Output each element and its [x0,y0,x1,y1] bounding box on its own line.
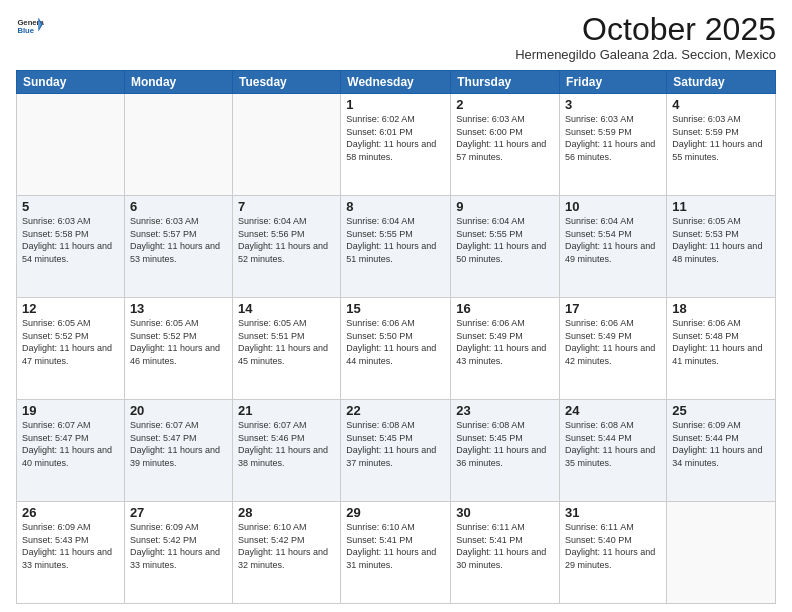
table-row: 28Sunrise: 6:10 AMSunset: 5:42 PMDayligh… [232,502,340,604]
day-number: 28 [238,505,335,520]
day-info: Sunrise: 6:03 AMSunset: 5:59 PMDaylight:… [565,113,661,163]
calendar-week-row: 26Sunrise: 6:09 AMSunset: 5:43 PMDayligh… [17,502,776,604]
day-info: Sunrise: 6:07 AMSunset: 5:47 PMDaylight:… [130,419,227,469]
day-info: Sunrise: 6:11 AMSunset: 5:41 PMDaylight:… [456,521,554,571]
table-row: 24Sunrise: 6:08 AMSunset: 5:44 PMDayligh… [560,400,667,502]
day-info: Sunrise: 6:09 AMSunset: 5:43 PMDaylight:… [22,521,119,571]
day-number: 26 [22,505,119,520]
day-info: Sunrise: 6:06 AMSunset: 5:49 PMDaylight:… [456,317,554,367]
day-number: 23 [456,403,554,418]
table-row: 23Sunrise: 6:08 AMSunset: 5:45 PMDayligh… [451,400,560,502]
day-info: Sunrise: 6:11 AMSunset: 5:40 PMDaylight:… [565,521,661,571]
day-info: Sunrise: 6:04 AMSunset: 5:54 PMDaylight:… [565,215,661,265]
table-row: 26Sunrise: 6:09 AMSunset: 5:43 PMDayligh… [17,502,125,604]
day-number: 30 [456,505,554,520]
table-row: 2Sunrise: 6:03 AMSunset: 6:00 PMDaylight… [451,94,560,196]
day-info: Sunrise: 6:03 AMSunset: 5:59 PMDaylight:… [672,113,770,163]
day-number: 21 [238,403,335,418]
day-number: 17 [565,301,661,316]
day-info: Sunrise: 6:06 AMSunset: 5:50 PMDaylight:… [346,317,445,367]
day-number: 27 [130,505,227,520]
day-info: Sunrise: 6:10 AMSunset: 5:41 PMDaylight:… [346,521,445,571]
table-row: 15Sunrise: 6:06 AMSunset: 5:50 PMDayligh… [341,298,451,400]
table-row: 18Sunrise: 6:06 AMSunset: 5:48 PMDayligh… [667,298,776,400]
table-row: 14Sunrise: 6:05 AMSunset: 5:51 PMDayligh… [232,298,340,400]
day-number: 11 [672,199,770,214]
table-row: 13Sunrise: 6:05 AMSunset: 5:52 PMDayligh… [124,298,232,400]
page: General Blue October 2025 Hermenegildo G… [0,0,792,612]
day-info: Sunrise: 6:04 AMSunset: 5:55 PMDaylight:… [346,215,445,265]
day-number: 2 [456,97,554,112]
day-number: 3 [565,97,661,112]
day-number: 15 [346,301,445,316]
day-number: 20 [130,403,227,418]
logo-icon: General Blue [16,12,44,40]
table-row: 8Sunrise: 6:04 AMSunset: 5:55 PMDaylight… [341,196,451,298]
table-row: 11Sunrise: 6:05 AMSunset: 5:53 PMDayligh… [667,196,776,298]
header-tuesday: Tuesday [232,71,340,94]
table-row: 30Sunrise: 6:11 AMSunset: 5:41 PMDayligh… [451,502,560,604]
day-info: Sunrise: 6:05 AMSunset: 5:53 PMDaylight:… [672,215,770,265]
day-info: Sunrise: 6:03 AMSunset: 5:58 PMDaylight:… [22,215,119,265]
day-number: 22 [346,403,445,418]
table-row: 29Sunrise: 6:10 AMSunset: 5:41 PMDayligh… [341,502,451,604]
day-info: Sunrise: 6:09 AMSunset: 5:42 PMDaylight:… [130,521,227,571]
day-number: 12 [22,301,119,316]
table-row [17,94,125,196]
table-row: 10Sunrise: 6:04 AMSunset: 5:54 PMDayligh… [560,196,667,298]
header-thursday: Thursday [451,71,560,94]
table-row: 19Sunrise: 6:07 AMSunset: 5:47 PMDayligh… [17,400,125,502]
table-row: 20Sunrise: 6:07 AMSunset: 5:47 PMDayligh… [124,400,232,502]
day-info: Sunrise: 6:06 AMSunset: 5:49 PMDaylight:… [565,317,661,367]
day-number: 31 [565,505,661,520]
day-number: 8 [346,199,445,214]
day-number: 6 [130,199,227,214]
header: General Blue October 2025 Hermenegildo G… [16,12,776,62]
calendar-week-row: 5Sunrise: 6:03 AMSunset: 5:58 PMDaylight… [17,196,776,298]
day-number: 7 [238,199,335,214]
table-row: 21Sunrise: 6:07 AMSunset: 5:46 PMDayligh… [232,400,340,502]
header-wednesday: Wednesday [341,71,451,94]
subtitle: Hermenegildo Galeana 2da. Seccion, Mexic… [515,47,776,62]
day-number: 18 [672,301,770,316]
day-number: 14 [238,301,335,316]
table-row: 22Sunrise: 6:08 AMSunset: 5:45 PMDayligh… [341,400,451,502]
table-row: 12Sunrise: 6:05 AMSunset: 5:52 PMDayligh… [17,298,125,400]
calendar-week-row: 1Sunrise: 6:02 AMSunset: 6:01 PMDaylight… [17,94,776,196]
day-info: Sunrise: 6:03 AMSunset: 6:00 PMDaylight:… [456,113,554,163]
table-row [667,502,776,604]
header-saturday: Saturday [667,71,776,94]
table-row: 4Sunrise: 6:03 AMSunset: 5:59 PMDaylight… [667,94,776,196]
day-number: 9 [456,199,554,214]
day-info: Sunrise: 6:06 AMSunset: 5:48 PMDaylight:… [672,317,770,367]
day-info: Sunrise: 6:04 AMSunset: 5:55 PMDaylight:… [456,215,554,265]
day-number: 13 [130,301,227,316]
day-info: Sunrise: 6:02 AMSunset: 6:01 PMDaylight:… [346,113,445,163]
day-number: 16 [456,301,554,316]
table-row: 27Sunrise: 6:09 AMSunset: 5:42 PMDayligh… [124,502,232,604]
day-info: Sunrise: 6:08 AMSunset: 5:45 PMDaylight:… [346,419,445,469]
header-monday: Monday [124,71,232,94]
table-row: 17Sunrise: 6:06 AMSunset: 5:49 PMDayligh… [560,298,667,400]
day-number: 10 [565,199,661,214]
table-row: 16Sunrise: 6:06 AMSunset: 5:49 PMDayligh… [451,298,560,400]
table-row: 25Sunrise: 6:09 AMSunset: 5:44 PMDayligh… [667,400,776,502]
day-info: Sunrise: 6:09 AMSunset: 5:44 PMDaylight:… [672,419,770,469]
day-info: Sunrise: 6:08 AMSunset: 5:44 PMDaylight:… [565,419,661,469]
day-number: 4 [672,97,770,112]
logo: General Blue [16,12,48,40]
svg-text:Blue: Blue [17,26,34,35]
day-number: 29 [346,505,445,520]
day-info: Sunrise: 6:05 AMSunset: 5:51 PMDaylight:… [238,317,335,367]
table-row [124,94,232,196]
month-title: October 2025 [515,12,776,47]
day-info: Sunrise: 6:07 AMSunset: 5:47 PMDaylight:… [22,419,119,469]
day-info: Sunrise: 6:05 AMSunset: 5:52 PMDaylight:… [130,317,227,367]
table-row: 31Sunrise: 6:11 AMSunset: 5:40 PMDayligh… [560,502,667,604]
table-row: 6Sunrise: 6:03 AMSunset: 5:57 PMDaylight… [124,196,232,298]
header-sunday: Sunday [17,71,125,94]
day-number: 5 [22,199,119,214]
calendar-week-row: 19Sunrise: 6:07 AMSunset: 5:47 PMDayligh… [17,400,776,502]
day-number: 24 [565,403,661,418]
day-info: Sunrise: 6:03 AMSunset: 5:57 PMDaylight:… [130,215,227,265]
